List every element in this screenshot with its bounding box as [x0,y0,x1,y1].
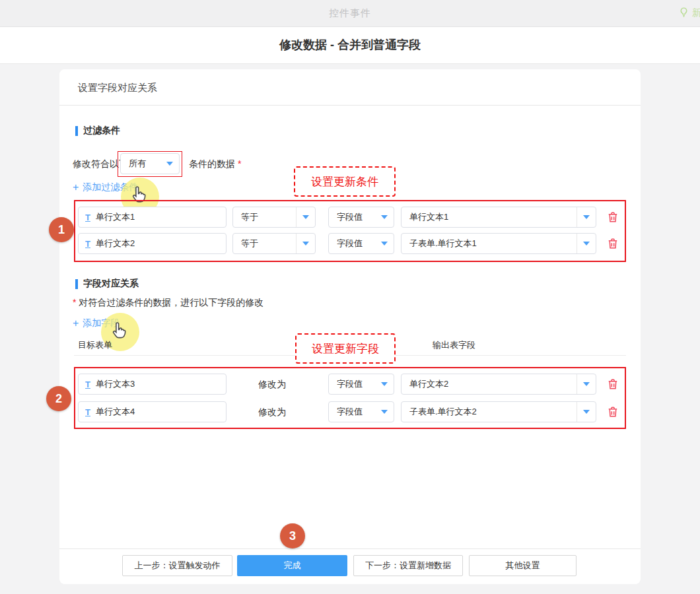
footer-divider [59,548,641,549]
delete-row-icon[interactable] [606,405,619,419]
plus-icon: + [73,317,79,329]
text-field-icon: T [85,213,90,222]
modify-to-label: 修改为 [252,407,292,418]
callout-set-update-condition: 设置更新条件 [294,166,396,197]
filter-section-title: 过滤条件 [75,125,120,137]
filter-suffix-label: 条件的数据 * [189,158,241,170]
text-field-icon: T [85,239,90,249]
value-type-select[interactable]: 字段值 [328,233,394,254]
chevron-down-icon [296,207,315,227]
operator-select[interactable]: 等于 [232,207,316,228]
step-badge-3: 3 [280,523,305,548]
value-select[interactable]: 单行文本1 [401,207,596,228]
value-type-select[interactable]: 字段值 [328,374,394,395]
value-select[interactable]: 子表单.单行文本1 [401,233,596,254]
delete-row-icon[interactable] [606,210,619,224]
dialog-titlebar: 修改数据 - 合并到普通字段 [0,27,700,64]
page-title: 修改数据 - 合并到普通字段 [0,27,700,63]
mapping-field-box[interactable]: T 单行文本4 [78,401,227,422]
column-header-target-form: 目标表单 [78,339,112,351]
next-step-button[interactable]: 下一步：设置新增数据 [353,555,463,576]
chevron-down-icon [375,207,394,227]
chevron-down-icon [375,374,394,394]
top-navbar: 控件事件 新手 [0,0,700,27]
step-badge-2: 2 [46,386,71,411]
delete-row-icon[interactable] [606,377,619,391]
settings-panel: 设置字段对应关系 过滤条件 修改符合以下 所有 条件的数据 * + 添加过滤条件… [59,69,641,584]
value-type-select[interactable]: 字段值 [328,401,394,422]
filter-field-box[interactable]: T 单行文本1 [78,207,227,228]
chevron-down-icon [577,374,596,394]
filter-field-name: 单行文本2 [96,238,135,249]
panel-title: 设置字段对应关系 [78,69,157,106]
required-asterisk: * [238,158,241,169]
filter-field-name: 单行文本1 [96,211,135,223]
callout-set-update-field: 设置更新字段 [295,333,396,364]
mapping-field-name: 单行文本3 [96,378,135,390]
text-field-icon: T [85,407,90,417]
value-select[interactable]: 子表单.单行文本2 [401,401,596,422]
delete-row-icon[interactable] [606,236,619,251]
chevron-down-icon [375,234,394,253]
done-button[interactable]: 完成 [237,555,347,576]
value-type-select[interactable]: 字段值 [328,207,394,228]
chevron-down-icon [160,154,179,174]
match-mode-select[interactable]: 所有 [120,153,180,174]
step-badge-1: 1 [49,217,74,242]
chevron-down-icon [577,234,596,253]
mapping-description: * 对符合过滤条件的数据，进行以下字段的修改 [73,297,263,309]
match-mode-value: 所有 [129,158,146,170]
operator-select[interactable]: 等于 [232,233,316,254]
other-settings-button[interactable]: 其他设置 [469,555,577,576]
beginner-hint-label: 新手 [692,7,700,19]
column-header-output-field: 输出表字段 [433,339,475,351]
required-asterisk: * [73,297,76,308]
hand-cursor-icon [108,321,128,341]
filter-field-box[interactable]: T 单行文本2 [78,233,227,254]
mapping-field-name: 单行文本4 [96,406,135,418]
text-field-icon: T [85,380,90,389]
section-marker [75,279,78,289]
section-marker [75,126,78,136]
prev-step-button[interactable]: 上一步：设置触发动作 [122,555,232,576]
plus-icon: + [73,182,79,193]
chevron-down-icon [577,402,596,422]
navbar-title: 控件事件 [0,0,700,26]
mapping-field-box[interactable]: T 单行文本3 [78,374,227,395]
lightbulb-icon [678,7,689,20]
chevron-down-icon [577,207,596,227]
chevron-down-icon [296,234,315,253]
beginner-hint[interactable]: 新手 [678,0,700,26]
modify-to-label: 修改为 [252,379,292,391]
value-select[interactable]: 单行文本2 [401,374,596,395]
chevron-down-icon [375,402,394,422]
mapping-section-title: 字段对应关系 [75,278,139,290]
panel-header: 设置字段对应关系 [59,69,641,106]
